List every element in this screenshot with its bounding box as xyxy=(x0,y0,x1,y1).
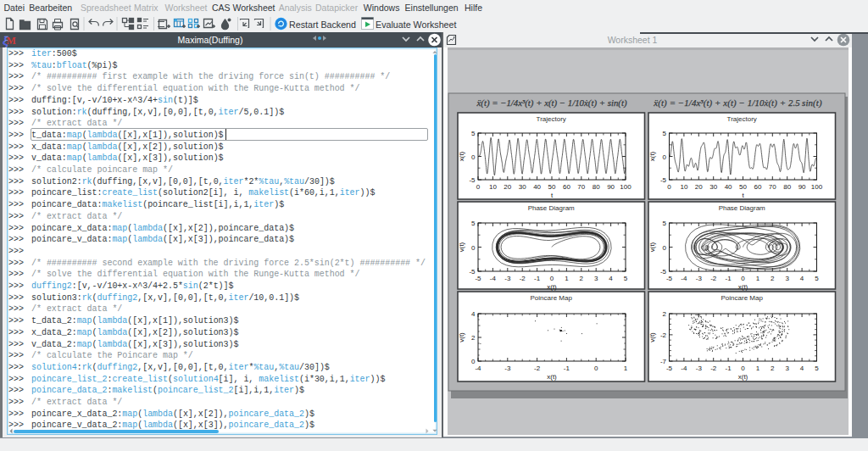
svg-text:1: 1 xyxy=(756,365,760,372)
svg-text:20: 20 xyxy=(695,183,703,191)
svg-text:-3: -3 xyxy=(504,365,511,372)
svg-text:Poincare Map: Poincare Map xyxy=(721,294,764,302)
svg-text:50: 50 xyxy=(739,183,747,191)
svg-text:4: 4 xyxy=(800,365,804,372)
svg-text:1: 1 xyxy=(565,275,569,282)
svg-text:3: 3 xyxy=(594,275,598,282)
svg-text:-3: -3 xyxy=(696,275,703,282)
svg-text:3: 3 xyxy=(785,275,789,282)
svg-text:5: 5 xyxy=(815,275,819,282)
svg-text:v(t): v(t) xyxy=(458,242,465,252)
svg-text:4: 4 xyxy=(800,275,804,282)
svg-text:5: 5 xyxy=(815,365,819,372)
svg-text:0: 0 xyxy=(741,275,745,282)
svg-text:2: 2 xyxy=(771,365,775,372)
svg-text:80: 80 xyxy=(593,183,600,191)
svg-text:-1: -1 xyxy=(726,365,732,372)
svg-text:90: 90 xyxy=(798,183,806,191)
svg-text:Phase Diagram: Phase Diagram xyxy=(528,204,575,212)
svg-text:Poincare Map: Poincare Map xyxy=(531,294,573,302)
svg-text:0: 0 xyxy=(471,358,476,365)
svg-text:0: 0 xyxy=(594,365,598,372)
svg-text:2: 2 xyxy=(663,310,667,318)
svg-text:0: 0 xyxy=(476,183,481,191)
svg-text:1: 1 xyxy=(756,275,760,282)
svg-text:-1: -1 xyxy=(726,275,732,282)
svg-text:0: 0 xyxy=(471,153,476,161)
svg-text:-1: -1 xyxy=(564,365,570,372)
svg-text:100: 100 xyxy=(620,183,632,191)
svg-text:0: 0 xyxy=(663,244,667,252)
svg-text:-5: -5 xyxy=(469,268,476,276)
svg-text:5: 5 xyxy=(471,220,476,227)
svg-text:-5: -5 xyxy=(666,275,673,282)
svg-text:x(t): x(t) xyxy=(738,373,748,381)
svg-text:-3: -3 xyxy=(504,275,511,282)
svg-text:1: 1 xyxy=(624,365,628,372)
svg-text:5: 5 xyxy=(663,130,667,137)
svg-text:-5: -5 xyxy=(666,365,673,372)
svg-text:5: 5 xyxy=(471,130,476,137)
svg-text:-5: -5 xyxy=(475,275,481,282)
svg-text:-1: -1 xyxy=(534,275,541,282)
svg-text:0: 0 xyxy=(663,153,667,161)
svg-text:10: 10 xyxy=(489,183,497,191)
svg-text:30: 30 xyxy=(519,183,526,191)
svg-text:-3: -3 xyxy=(696,365,703,372)
svg-text:2: 2 xyxy=(580,275,584,282)
svg-text:10: 10 xyxy=(680,183,687,191)
svg-text:Trajectory: Trajectory xyxy=(727,115,757,123)
svg-text:50: 50 xyxy=(548,183,556,191)
svg-text:Phase Diagram: Phase Diagram xyxy=(719,204,765,212)
svg-text:-4: -4 xyxy=(681,275,687,282)
svg-text:0: 0 xyxy=(667,183,671,191)
svg-text:5: 5 xyxy=(624,275,628,282)
svg-text:60: 60 xyxy=(754,183,761,191)
svg-text:x(t): x(t) xyxy=(547,373,557,381)
svg-text:0: 0 xyxy=(471,244,476,252)
svg-text:-2: -2 xyxy=(534,365,541,372)
svg-text:-2: -2 xyxy=(710,275,717,282)
svg-text:-5: -5 xyxy=(660,268,667,276)
svg-text:v(t): v(t) xyxy=(648,242,656,252)
svg-text:-2: -2 xyxy=(660,331,667,339)
svg-text:4: 4 xyxy=(471,310,476,318)
svg-text:3: 3 xyxy=(785,365,789,372)
svg-text:v(t): v(t) xyxy=(458,332,465,342)
svg-text:40: 40 xyxy=(533,183,541,191)
svg-text:x(t): x(t) xyxy=(738,283,748,291)
svg-text:x(t): x(t) xyxy=(648,151,656,161)
svg-text:-2: -2 xyxy=(520,275,526,282)
svg-text:4: 4 xyxy=(609,275,613,282)
svg-text:70: 70 xyxy=(577,183,585,191)
svg-text:-7: -7 xyxy=(660,358,667,365)
svg-text:0: 0 xyxy=(741,365,745,372)
svg-text:0: 0 xyxy=(550,275,554,282)
svg-text:5: 5 xyxy=(663,220,667,227)
svg-text:40: 40 xyxy=(725,183,732,191)
svg-text:-5: -5 xyxy=(660,176,667,184)
svg-text:60: 60 xyxy=(563,183,570,191)
svg-text:-4: -4 xyxy=(681,365,687,372)
svg-text:2: 2 xyxy=(771,275,775,282)
svg-text:v(t): v(t) xyxy=(648,332,656,342)
svg-text:x(t): x(t) xyxy=(458,151,465,161)
svg-text:90: 90 xyxy=(607,183,615,191)
svg-text:-2: -2 xyxy=(710,365,717,372)
svg-text:80: 80 xyxy=(783,183,791,191)
svg-text:Trajectory: Trajectory xyxy=(537,115,566,123)
svg-text:100: 100 xyxy=(811,183,823,191)
svg-text:20: 20 xyxy=(504,183,511,191)
svg-text:x(t): x(t) xyxy=(547,283,557,291)
svg-text:-4: -4 xyxy=(475,365,481,372)
svg-text:70: 70 xyxy=(769,183,776,191)
svg-text:2: 2 xyxy=(471,334,476,342)
svg-text:-4: -4 xyxy=(490,275,497,282)
svg-text:-5: -5 xyxy=(469,176,476,184)
svg-text:30: 30 xyxy=(709,183,717,191)
